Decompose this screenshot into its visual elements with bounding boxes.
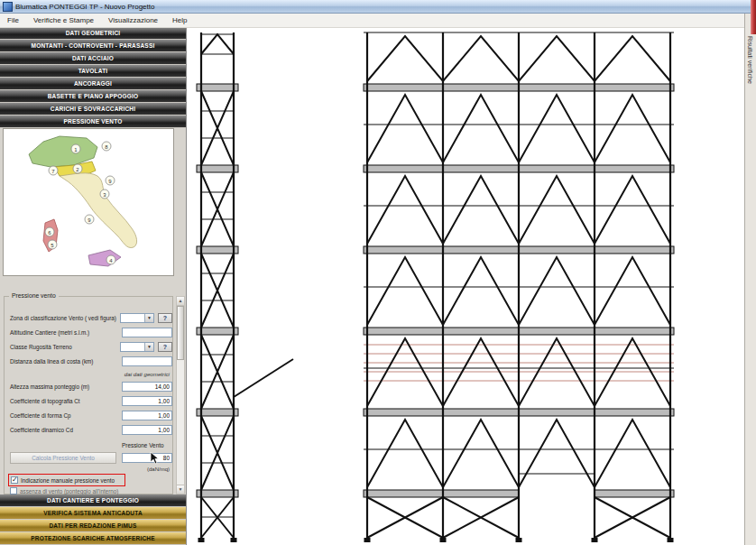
- sidebar-item-tavolati[interactable]: TAVOLATI: [0, 65, 186, 78]
- app-icon: [3, 2, 13, 12]
- scroll-down-icon[interactable]: ▼: [177, 485, 184, 494]
- sidebar-item-dati-geometrici[interactable]: DATI GEOMETRICI: [0, 27, 186, 40]
- manual-pressure-checkbox-label: Indicazione manuale pressione vento: [21, 477, 115, 484]
- scroll-up-icon[interactable]: ▲: [177, 297, 184, 306]
- wind-zone-label: Zona di classificazione Vento ( vedi fig…: [10, 315, 116, 321]
- sidebar-item-protezione-scariche[interactable]: PROTEZIONE SCARICHE ATMOSFERICHE: [0, 532, 186, 545]
- calc-pressure-button[interactable]: Calcola Pressione Vento: [10, 452, 116, 464]
- no-wind-checkbox[interactable]: [10, 487, 17, 494]
- group-title: Pressione vento: [9, 292, 59, 299]
- sidebar-item-pressione-vento[interactable]: PRESSIONE VENTO: [0, 115, 186, 128]
- close-button[interactable]: [751, 0, 756, 34]
- menu-bar: File Verifiche e Stampe Visualizzazione …: [0, 14, 744, 28]
- scrollbar-thumb[interactable]: [177, 306, 184, 360]
- chevron-down-icon: ▼: [144, 314, 153, 322]
- menu-help[interactable]: Help: [165, 14, 194, 27]
- max-height-label: Altezza massima ponteggio (m): [10, 383, 89, 390]
- pressure-unit-label: (daN/mq): [147, 466, 170, 472]
- altitude-input[interactable]: [122, 328, 172, 337]
- title-bar: Blumatica PONTEGGI TP - Nuovo Progetto: [0, 0, 756, 14]
- sidebar-item-carichi[interactable]: CARICHI E SOVRACCARICHI: [0, 103, 186, 115]
- pressure-label: Pressione Vento: [122, 442, 164, 448]
- menu-verifiche-e-stampe[interactable]: Verifiche e Stampe: [26, 14, 101, 27]
- max-height-input[interactable]: [122, 382, 172, 392]
- left-tower: [197, 32, 293, 542]
- scaffold-drawing: [187, 27, 744, 545]
- manual-pressure-row: Indicazione manuale pressione vento: [8, 474, 125, 486]
- dynamic-coeff-label: Coefficiente dinamico Cd: [10, 427, 73, 433]
- sidebar-item-dati-acciaio[interactable]: DATI ACCIAIO: [0, 52, 186, 65]
- pressure-value-input[interactable]: [122, 453, 172, 463]
- sidebar-item-basette[interactable]: BASETTE E PIANO APPOGGIO: [0, 90, 186, 103]
- no-wind-checkbox-label: assenza di vento (ponteggio all'interno): [20, 488, 118, 494]
- altitude-label: Altitudine Cantiere (metri s.l.m.): [10, 329, 89, 336]
- shape-coeff-input[interactable]: [122, 411, 172, 420]
- topography-coeff-input[interactable]: [122, 396, 172, 406]
- roughness-help-button[interactable]: ?: [158, 342, 172, 352]
- sidebar-item-dati-cantiere[interactable]: DATI CANTIERE E PONTEGGIO: [0, 494, 186, 507]
- roughness-class-label: Classe Rugosità Terreno: [10, 344, 72, 350]
- window-title: Blumatica PONTEGGI TP - Nuovo Progetto: [15, 3, 154, 11]
- wind-zone-combo[interactable]: ▼: [120, 313, 154, 323]
- dynamic-coeff-input[interactable]: [122, 425, 172, 435]
- geometric-note: dai dati geometrici: [124, 371, 170, 377]
- drawing-canvas[interactable]: [186, 27, 744, 545]
- menu-file[interactable]: File: [0, 14, 26, 27]
- wind-zone-help-button[interactable]: ?: [158, 313, 172, 323]
- menu-visualizzazione[interactable]: Visualizzazione: [101, 14, 165, 27]
- coast-distance-label: Distanza dalla linea di costa (km): [10, 358, 93, 365]
- roughness-class-combo[interactable]: ▼: [120, 342, 154, 352]
- italy-map: 1 8 2 7 9 3 9 6 5 4: [4, 129, 173, 275]
- shape-coeff-label: Coefficiente di forma Cp: [10, 412, 70, 419]
- sidebar-item-montanti-controventi[interactable]: MONTANTI - CONTROVENTI - PARASASSI: [0, 40, 186, 52]
- results-panel-tab[interactable]: Risultati verifiche: [744, 13, 756, 545]
- pressione-vento-group: Pressione vento Zona di classificazione …: [4, 296, 173, 494]
- sidebar: DATI GEOMETRICI MONTANTI - CONTROVENTI -…: [0, 27, 186, 545]
- sidebar-item-verifica-anticaduta[interactable]: VERIFICA SISTEMA ANTICADUTA: [0, 507, 186, 520]
- main-scaffold: [364, 32, 674, 542]
- manual-pressure-checkbox[interactable]: [11, 476, 18, 484]
- sidebar-item-redazione-pimus[interactable]: DATI PER REDAZIONE PiMUS: [0, 520, 186, 532]
- topography-coeff-label: Coefficiente di topografia Ct: [10, 398, 80, 404]
- results-tab-label: Risultati verifiche: [747, 36, 753, 84]
- coast-distance-input[interactable]: [122, 356, 172, 366]
- sidebar-scrollbar[interactable]: ▲ ▼: [176, 296, 185, 494]
- wind-zone-map: 1 8 2 7 9 3 9 6 5 4: [3, 128, 174, 276]
- sidebar-bottom-buttons: DATI CANTIERE E PONTEGGIO VERIFICA SISTE…: [0, 494, 186, 545]
- chevron-down-icon: ▼: [144, 343, 153, 351]
- sidebar-item-ancoraggi[interactable]: ANCORAGGI: [0, 78, 186, 90]
